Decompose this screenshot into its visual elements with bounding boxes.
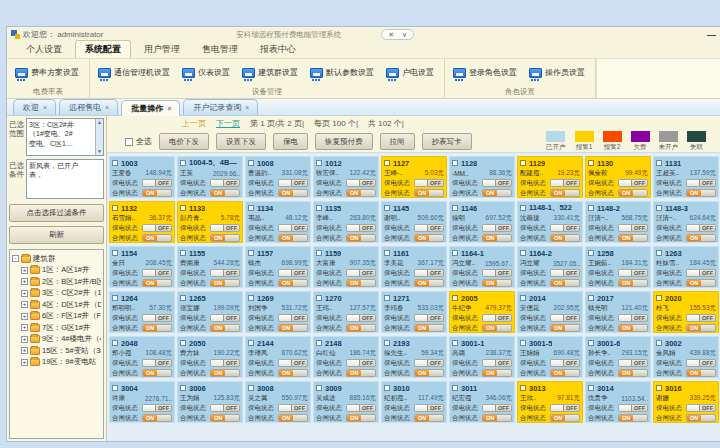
room-checkbox[interactable] [656, 385, 662, 391]
room-checkbox[interactable] [452, 385, 458, 391]
power-keep-toggle[interactable]: OFF [550, 359, 580, 367]
ribbon-button-2-4[interactable]: 默认参数设置 [310, 64, 374, 78]
next-page-link[interactable]: 下一页 [216, 118, 240, 129]
power-keep-toggle[interactable]: OFF [210, 179, 240, 187]
room-card[interactable]: 1161 李美花 367.17元 保电状态 OFF 合闸状态 ON [381, 246, 447, 288]
room-checkbox[interactable] [248, 340, 254, 346]
room-card[interactable]: 2005 牛纪争 479.37元 保电状态 OFF 合闸状态 ON [449, 291, 515, 333]
room-checkbox[interactable] [248, 385, 254, 391]
switch-state-toggle[interactable]: ON [482, 369, 512, 377]
switch-state-toggle[interactable]: ON [278, 414, 308, 422]
room-card[interactable]: 1135 李峰.. 263.80元 保电状态 OFF 合闸状态 ON [313, 201, 379, 243]
room-checkbox[interactable] [112, 160, 118, 166]
tree-item-4[interactable]: +4区：D区1#井（D区… [12, 299, 101, 311]
power-keep-toggle[interactable]: OFF [210, 224, 240, 232]
tab-close-icon[interactable]: × [167, 105, 171, 112]
room-card[interactable]: 1128 -MM.. 88.36元 保电状态 OFF 合闸状态 ON [449, 156, 515, 198]
switch-state-toggle[interactable]: ON [686, 369, 716, 377]
room-card[interactable]: 3014 仇贵争 1103.54.. 保电状态 OFF 合闸状态 ON [585, 381, 651, 423]
switch-state-toggle[interactable]: ON [278, 279, 308, 287]
room-card[interactable]: 1164-2 冯立耀 3527.05.. 保电状态 OFF 合闸状态 ON [517, 246, 583, 288]
power-keep-toggle[interactable]: OFF [142, 224, 172, 232]
switch-state-toggle[interactable]: ON [618, 414, 648, 422]
power-keep-toggle[interactable]: OFF [482, 314, 512, 322]
power-keep-toggle[interactable]: OFF [482, 179, 512, 187]
power-keep-toggle[interactable]: OFF [686, 179, 716, 187]
switch-state-toggle[interactable]: ON [618, 369, 648, 377]
switch-state-toggle[interactable]: ON [550, 369, 580, 377]
room-checkbox[interactable] [520, 160, 526, 166]
switch-state-toggle[interactable]: ON [346, 414, 376, 422]
room-card[interactable]: 1155 费南康 544.28元 保电状态 OFF 合闸状态 ON [177, 246, 243, 288]
power-keep-toggle[interactable]: OFF [482, 224, 512, 232]
room-card[interactable]: 3008 吴之翼 550.97元 保电状态 OFF 合闸状态 ON [245, 381, 311, 423]
power-keep-toggle[interactable]: OFF [278, 269, 308, 277]
room-checkbox[interactable] [316, 385, 322, 391]
room-card[interactable]: 1157 钱杰 698.99元 保电状态 OFF 合闸状态 ON [245, 246, 311, 288]
room-checkbox[interactable] [656, 340, 662, 346]
switch-state-toggle[interactable]: ON [210, 234, 240, 242]
room-checkbox[interactable] [248, 205, 254, 211]
power-keep-toggle[interactable]: OFF [142, 359, 172, 367]
room-checkbox[interactable] [656, 295, 662, 301]
room-card[interactable]: 3001-5 王娟娟 690.48元 保电状态 OFF 合闸状态 ON [517, 336, 583, 378]
power-keep-toggle[interactable]: OFF [346, 404, 376, 412]
power-keep-toggle[interactable]: OFF [210, 404, 240, 412]
collapse-icon[interactable]: - [12, 255, 19, 262]
room-card[interactable]: 1008 曹温韵.. 331.08元 保电状态 OFF 合闸状态 ON [245, 156, 311, 198]
menu-item-2[interactable]: 系统配置 [75, 40, 131, 58]
switch-state-toggle[interactable]: ON [278, 369, 308, 377]
filter-select-button[interactable]: 点击选择过滤条件 [9, 204, 104, 222]
room-checkbox[interactable] [588, 385, 594, 391]
switch-state-toggle[interactable]: ON [346, 279, 376, 287]
room-checkbox[interactable] [384, 385, 390, 391]
switch-state-toggle[interactable]: ON [550, 234, 580, 242]
select-all-checkbox[interactable] [125, 138, 133, 146]
power-keep-toggle[interactable]: OFF [686, 224, 716, 232]
room-card[interactable]: 1265 张宝娜 199.09元 保电状态 OFF 合闸状态 ON [177, 291, 243, 333]
room-card[interactable]: 2020 桂飞 155.53元 保电状态 OFF 合闸状态 ON [653, 291, 719, 333]
room-checkbox[interactable] [452, 160, 458, 166]
room-checkbox[interactable] [180, 205, 186, 211]
power-keep-toggle[interactable]: OFF [278, 404, 308, 412]
switch-state-toggle[interactable]: ON [550, 189, 580, 197]
room-card[interactable]: 2148 白红仙 186.74元 保电状态 OFF 合闸状态 ON [313, 336, 379, 378]
switch-state-toggle[interactable]: ON [278, 189, 308, 197]
room-card[interactable]: 1131 王超英.. 137.59元 保电状态 OFF 合闸状态 ON [653, 156, 719, 198]
expand-icon[interactable]: + [21, 278, 28, 285]
power-keep-toggle[interactable]: OFF [618, 314, 648, 322]
room-card[interactable]: 2144 李瑾凤 870.62元 保电状态 OFF 合闸状态 ON [245, 336, 311, 378]
room-checkbox[interactable] [180, 340, 186, 346]
room-card[interactable]: 1145 谢明.. 509.60元 保电状态 OFF 合闸状态 ON [381, 201, 447, 243]
tree-item-7[interactable]: +9区：4#楼电井（4#… [12, 334, 101, 346]
power-keep-toggle[interactable]: OFF [686, 269, 716, 277]
power-keep-toggle[interactable]: OFF [414, 359, 444, 367]
room-card[interactable]: 1263 桂妹雪.. 184.45元 保电状态 OFF 合闸状态 ON [653, 246, 719, 288]
room-checkbox[interactable] [656, 160, 662, 166]
power-keep-toggle[interactable]: OFF [346, 269, 376, 277]
scroll-up-icon[interactable]: ▲ [97, 119, 102, 126]
switch-state-toggle[interactable]: ON [414, 369, 444, 377]
power-keep-toggle[interactable]: OFF [482, 404, 512, 412]
menu-item-1[interactable]: 个人设置 [17, 41, 71, 58]
switch-state-toggle[interactable]: ON [142, 234, 172, 242]
room-checkbox[interactable] [316, 295, 322, 301]
power-keep-toggle[interactable]: OFF [278, 224, 308, 232]
ribbon-button-2-1[interactable]: 通信管理机设置 [98, 64, 170, 78]
room-checkbox[interactable] [452, 205, 458, 211]
power-keep-toggle[interactable]: OFF [142, 269, 172, 277]
power-keep-toggle[interactable]: OFF [482, 359, 512, 367]
room-checkbox[interactable] [316, 340, 322, 346]
power-keep-toggle[interactable]: OFF [414, 179, 444, 187]
room-checkbox[interactable] [112, 385, 118, 391]
room-card[interactable]: 1159 大富康 907.35元 保电状态 OFF 合闸状态 ON [313, 246, 379, 288]
switch-state-toggle[interactable]: ON [414, 279, 444, 287]
room-card[interactable]: 2017 钱光明 121.40元 保电状态 OFF 合闸状态 ON [585, 291, 651, 333]
switch-state-toggle[interactable]: ON [686, 324, 716, 332]
ribbon-button-3-2[interactable]: 操作员设置 [529, 64, 585, 78]
switch-state-toggle[interactable]: ON [482, 324, 512, 332]
room-checkbox[interactable] [316, 250, 322, 256]
close-icon[interactable]: ✕ [388, 31, 394, 38]
room-card[interactable]: 1004-5、4B— 王英 2029.66.. 保电状态 OFF 合闸状态 ON [177, 156, 243, 198]
switch-state-toggle[interactable]: ON [346, 324, 376, 332]
